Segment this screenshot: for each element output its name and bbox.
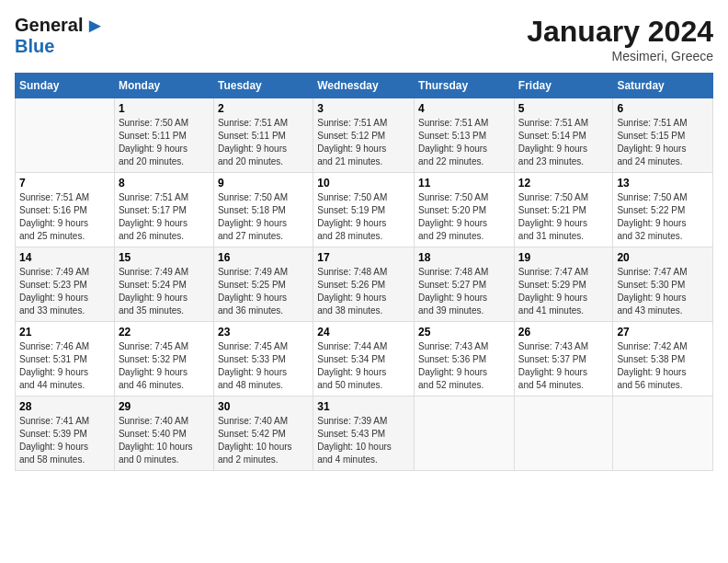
day-number: 11 [418, 177, 510, 190]
day-number: 17 [317, 251, 410, 264]
day-number: 9 [218, 177, 309, 190]
day-info: Sunrise: 7:48 AM Sunset: 5:26 PM Dayligh… [317, 266, 410, 317]
day-info: Sunrise: 7:42 AM Sunset: 5:38 PM Dayligh… [617, 340, 709, 392]
day-number: 29 [119, 400, 210, 413]
logo-blue: Blue [15, 36, 54, 56]
calendar-cell: 13Sunrise: 7:50 AM Sunset: 5:22 PM Dayli… [613, 173, 713, 247]
calendar-cell: 1Sunrise: 7:50 AM Sunset: 5:11 PM Daylig… [114, 98, 213, 173]
calendar-cell [514, 396, 613, 471]
day-info: Sunrise: 7:44 AM Sunset: 5:34 PM Dayligh… [317, 340, 410, 392]
day-info: Sunrise: 7:43 AM Sunset: 5:36 PM Dayligh… [418, 340, 510, 392]
day-info: Sunrise: 7:50 AM Sunset: 5:21 PM Dayligh… [518, 191, 609, 243]
calendar-cell: 25Sunrise: 7:43 AM Sunset: 5:36 PM Dayli… [415, 322, 515, 396]
day-number: 30 [218, 400, 309, 413]
day-info: Sunrise: 7:51 AM Sunset: 5:16 PM Dayligh… [19, 191, 110, 243]
calendar-cell: 29Sunrise: 7:40 AM Sunset: 5:40 PM Dayli… [114, 396, 213, 471]
calendar-cell: 10Sunrise: 7:50 AM Sunset: 5:19 PM Dayli… [313, 173, 415, 247]
day-info: Sunrise: 7:51 AM Sunset: 5:14 PM Dayligh… [518, 117, 609, 168]
day-info: Sunrise: 7:49 AM Sunset: 5:23 PM Dayligh… [19, 266, 110, 317]
calendar-header-row: SundayMondayTuesdayWednesdayThursdayFrid… [16, 74, 713, 98]
week-row-1: 1Sunrise: 7:50 AM Sunset: 5:11 PM Daylig… [16, 98, 713, 173]
calendar-cell: 26Sunrise: 7:43 AM Sunset: 5:37 PM Dayli… [514, 322, 613, 396]
calendar-cell [613, 396, 713, 471]
day-info: Sunrise: 7:41 AM Sunset: 5:39 PM Dayligh… [19, 415, 110, 466]
calendar-cell: 31Sunrise: 7:39 AM Sunset: 5:43 PM Dayli… [313, 396, 415, 471]
day-number: 8 [119, 177, 210, 190]
col-header-monday: Monday [114, 74, 213, 98]
col-header-wednesday: Wednesday [313, 74, 415, 98]
calendar-cell: 20Sunrise: 7:47 AM Sunset: 5:30 PM Dayli… [613, 247, 713, 322]
calendar-cell: 19Sunrise: 7:47 AM Sunset: 5:29 PM Dayli… [514, 247, 613, 322]
day-number: 16 [218, 251, 309, 264]
day-info: Sunrise: 7:51 AM Sunset: 5:12 PM Dayligh… [317, 117, 410, 168]
day-info: Sunrise: 7:47 AM Sunset: 5:30 PM Dayligh… [617, 266, 709, 317]
calendar-cell: 11Sunrise: 7:50 AM Sunset: 5:20 PM Dayli… [415, 173, 515, 247]
col-header-sunday: Sunday [16, 74, 115, 98]
calendar-cell: 21Sunrise: 7:46 AM Sunset: 5:31 PM Dayli… [16, 322, 115, 396]
day-info: Sunrise: 7:40 AM Sunset: 5:40 PM Dayligh… [119, 415, 210, 466]
location-subtitle: Mesimeri, Greece [527, 49, 713, 63]
day-info: Sunrise: 7:49 AM Sunset: 5:24 PM Dayligh… [119, 266, 210, 317]
day-info: Sunrise: 7:43 AM Sunset: 5:37 PM Dayligh… [518, 340, 609, 392]
day-number: 10 [317, 177, 410, 190]
day-info: Sunrise: 7:51 AM Sunset: 5:11 PM Dayligh… [218, 117, 309, 168]
calendar-cell: 12Sunrise: 7:50 AM Sunset: 5:21 PM Dayli… [514, 173, 613, 247]
calendar-cell: 28Sunrise: 7:41 AM Sunset: 5:39 PM Dayli… [16, 396, 115, 471]
calendar-cell: 6Sunrise: 7:51 AM Sunset: 5:15 PM Daylig… [613, 98, 713, 173]
col-header-friday: Friday [514, 74, 613, 98]
day-number: 31 [317, 400, 410, 413]
day-number: 5 [518, 102, 609, 115]
calendar-cell: 7Sunrise: 7:51 AM Sunset: 5:16 PM Daylig… [16, 173, 115, 247]
col-header-saturday: Saturday [613, 74, 713, 98]
day-number: 14 [19, 251, 110, 264]
calendar-table: SundayMondayTuesdayWednesdayThursdayFrid… [15, 73, 713, 471]
calendar-cell: 8Sunrise: 7:51 AM Sunset: 5:17 PM Daylig… [114, 173, 213, 247]
logo: General ► Blue [15, 15, 105, 57]
calendar-cell: 30Sunrise: 7:40 AM Sunset: 5:42 PM Dayli… [213, 396, 313, 471]
day-number: 21 [19, 326, 110, 339]
day-number: 1 [119, 102, 210, 115]
day-info: Sunrise: 7:50 AM Sunset: 5:19 PM Dayligh… [317, 191, 410, 243]
day-info: Sunrise: 7:51 AM Sunset: 5:13 PM Dayligh… [418, 117, 510, 168]
day-number: 12 [518, 177, 609, 190]
col-header-thursday: Thursday [415, 74, 515, 98]
day-info: Sunrise: 7:48 AM Sunset: 5:27 PM Dayligh… [418, 266, 510, 317]
calendar-cell [16, 98, 115, 173]
calendar-cell: 16Sunrise: 7:49 AM Sunset: 5:25 PM Dayli… [213, 247, 313, 322]
day-info: Sunrise: 7:40 AM Sunset: 5:42 PM Dayligh… [218, 415, 309, 466]
calendar-cell: 23Sunrise: 7:45 AM Sunset: 5:33 PM Dayli… [213, 322, 313, 396]
col-header-tuesday: Tuesday [213, 74, 313, 98]
day-number: 13 [617, 177, 709, 190]
day-info: Sunrise: 7:39 AM Sunset: 5:43 PM Dayligh… [317, 415, 410, 466]
day-number: 2 [218, 102, 309, 115]
day-number: 26 [518, 326, 609, 339]
day-number: 23 [218, 326, 309, 339]
title-area: January 2024 Mesimeri, Greece [527, 15, 713, 63]
calendar-cell: 22Sunrise: 7:45 AM Sunset: 5:32 PM Dayli… [114, 322, 213, 396]
logo-bird-icon: ► [85, 16, 105, 36]
calendar-cell: 17Sunrise: 7:48 AM Sunset: 5:26 PM Dayli… [313, 247, 415, 322]
calendar-cell: 9Sunrise: 7:50 AM Sunset: 5:18 PM Daylig… [213, 173, 313, 247]
day-number: 7 [19, 177, 110, 190]
day-number: 27 [617, 326, 709, 339]
day-info: Sunrise: 7:49 AM Sunset: 5:25 PM Dayligh… [218, 266, 309, 317]
day-number: 19 [518, 251, 609, 264]
calendar-cell: 5Sunrise: 7:51 AM Sunset: 5:14 PM Daylig… [514, 98, 613, 173]
calendar-cell: 3Sunrise: 7:51 AM Sunset: 5:12 PM Daylig… [313, 98, 415, 173]
day-number: 15 [119, 251, 210, 264]
calendar-cell: 4Sunrise: 7:51 AM Sunset: 5:13 PM Daylig… [415, 98, 515, 173]
day-info: Sunrise: 7:50 AM Sunset: 5:22 PM Dayligh… [617, 191, 709, 243]
calendar-cell: 14Sunrise: 7:49 AM Sunset: 5:23 PM Dayli… [16, 247, 115, 322]
day-info: Sunrise: 7:51 AM Sunset: 5:17 PM Dayligh… [119, 191, 210, 243]
day-info: Sunrise: 7:45 AM Sunset: 5:33 PM Dayligh… [218, 340, 309, 392]
day-number: 20 [617, 251, 709, 264]
month-title: January 2024 [527, 15, 713, 49]
day-number: 18 [418, 251, 510, 264]
calendar-cell: 24Sunrise: 7:44 AM Sunset: 5:34 PM Dayli… [313, 322, 415, 396]
day-info: Sunrise: 7:50 AM Sunset: 5:18 PM Dayligh… [218, 191, 309, 243]
day-info: Sunrise: 7:50 AM Sunset: 5:20 PM Dayligh… [418, 191, 510, 243]
day-number: 6 [617, 102, 709, 115]
page-header: General ► Blue January 2024 Mesimeri, Gr… [15, 15, 713, 63]
day-info: Sunrise: 7:46 AM Sunset: 5:31 PM Dayligh… [19, 340, 110, 392]
day-number: 25 [418, 326, 510, 339]
